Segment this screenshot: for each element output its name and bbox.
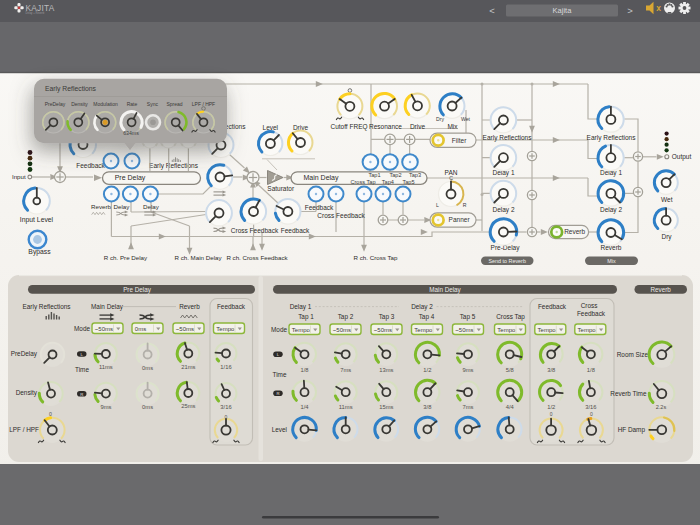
svg-text:R: R <box>276 391 279 396</box>
svg-text:Tempo: Tempo <box>538 327 557 333</box>
svg-text:11ms: 11ms <box>99 364 113 370</box>
svg-text:1/2: 1/2 <box>547 404 555 410</box>
svg-text:Cross: Cross <box>581 302 598 309</box>
svg-text:Feedback: Feedback <box>281 227 310 234</box>
svg-text:2.2s: 2.2s <box>656 404 667 410</box>
svg-text:Saturator: Saturator <box>267 185 295 192</box>
svg-text:x: x <box>656 3 661 13</box>
svg-text:15ms: 15ms <box>379 404 393 410</box>
svg-text:Delay + Reverb: Delay + Reverb <box>26 11 45 15</box>
svg-text:LPF / HPF: LPF / HPF <box>192 101 215 107</box>
svg-text:Delay: Delay <box>143 203 160 210</box>
svg-text:3/8: 3/8 <box>547 367 555 373</box>
svg-text:0: 0 <box>225 414 228 420</box>
svg-text:Tap 1: Tap 1 <box>298 313 314 321</box>
svg-text:Early Reflections: Early Reflections <box>45 85 97 93</box>
svg-text:LPF / HPF: LPF / HPF <box>9 426 39 433</box>
svg-text:HF Damp: HF Damp <box>618 426 646 434</box>
svg-text:Tap 5: Tap 5 <box>460 313 476 321</box>
svg-text:~50ms: ~50ms <box>455 327 473 333</box>
svg-text:R: R <box>463 202 467 208</box>
svg-text:Resonance: Resonance <box>369 123 402 130</box>
svg-text:Output: Output <box>672 153 692 161</box>
svg-text:Spread: Spread <box>166 101 182 107</box>
svg-text:0ms: 0ms <box>142 404 153 410</box>
svg-text:1/4: 1/4 <box>300 404 309 410</box>
svg-text:R ch. Main Delay: R ch. Main Delay <box>174 254 222 261</box>
svg-text:Drive: Drive <box>410 123 426 130</box>
svg-text:Panner: Panner <box>449 216 471 223</box>
svg-text:~50ms: ~50ms <box>95 326 113 332</box>
svg-text:Sync: Sync <box>147 101 159 107</box>
svg-text:R ch. Cross Tap: R ch. Cross Tap <box>354 254 398 261</box>
svg-text:Density: Density <box>71 101 88 107</box>
svg-text:Dry: Dry <box>661 233 672 241</box>
svg-text:Modulation: Modulation <box>93 101 118 107</box>
svg-text:3/8: 3/8 <box>423 404 431 410</box>
svg-text:Tempo: Tempo <box>497 327 516 333</box>
svg-text:Feedback: Feedback <box>538 303 567 310</box>
svg-text:L: L <box>436 202 439 208</box>
svg-text:Level: Level <box>272 426 287 433</box>
svg-text:~50ms: ~50ms <box>176 326 194 332</box>
svg-text:Reverb Time: Reverb Time <box>610 390 647 397</box>
svg-text:Tempo: Tempo <box>414 327 433 333</box>
svg-text:Mix: Mix <box>607 258 616 264</box>
svg-text:0ms: 0ms <box>135 326 146 332</box>
svg-text:Time: Time <box>75 366 89 373</box>
svg-text:Wet: Wet <box>661 196 673 203</box>
svg-text:Reverb: Reverb <box>91 203 112 210</box>
svg-text:Cross Feedback: Cross Feedback <box>231 227 279 234</box>
svg-text:Mode: Mode <box>74 325 90 332</box>
svg-text:Tempo: Tempo <box>216 326 235 332</box>
svg-text:Tap 3: Tap 3 <box>379 313 395 321</box>
svg-text:Cross Tap: Cross Tap <box>350 179 375 185</box>
svg-text:Wet: Wet <box>461 116 471 122</box>
svg-text:Reverb: Reverb <box>179 303 200 310</box>
svg-text:Dry: Dry <box>436 116 444 122</box>
svg-text:Reverb: Reverb <box>564 228 585 235</box>
svg-text:9ms: 9ms <box>100 404 111 410</box>
svg-text:3/16: 3/16 <box>585 404 596 410</box>
svg-text:Room Size: Room Size <box>617 351 649 358</box>
svg-text:Cross Feedback: Cross Feedback <box>317 212 365 219</box>
svg-text:0: 0 <box>550 411 553 417</box>
svg-text:Send to Reverb: Send to Reverb <box>488 258 525 264</box>
svg-text:Feedback: Feedback <box>76 162 105 169</box>
svg-text:Tempo: Tempo <box>578 327 597 333</box>
svg-text:Kajita: Kajita <box>553 6 573 15</box>
svg-text:1/2: 1/2 <box>423 367 431 373</box>
svg-text:~50ms: ~50ms <box>333 327 351 333</box>
svg-text:Feedback: Feedback <box>217 303 246 310</box>
svg-text:Delay: Delay <box>114 203 131 210</box>
svg-text:Rate: Rate <box>127 101 138 107</box>
svg-text:13ms: 13ms <box>379 367 393 373</box>
svg-text:1/16: 1/16 <box>220 364 231 370</box>
svg-text:Time: Time <box>273 371 287 378</box>
svg-text:0: 0 <box>49 411 52 417</box>
svg-text:Delay 2: Delay 2 <box>411 303 433 311</box>
svg-text:Early Reflections: Early Reflections <box>23 303 71 311</box>
svg-text:4/4: 4/4 <box>506 404 515 410</box>
svg-text:Mode: Mode <box>271 326 287 333</box>
svg-text:Tap 2: Tap 2 <box>338 313 354 321</box>
svg-text:Tap5: Tap5 <box>402 179 414 185</box>
svg-text:Early Reflections: Early Reflections <box>587 134 637 142</box>
svg-text:7ms: 7ms <box>463 404 474 410</box>
svg-text:0ms: 0ms <box>142 365 153 371</box>
svg-text:R ch. Cross Feedback: R ch. Cross Feedback <box>226 254 288 261</box>
svg-text:Main Delay: Main Delay <box>91 303 124 311</box>
svg-text:Early Reflections: Early Reflections <box>149 162 199 170</box>
svg-text:Input: Input <box>12 173 26 180</box>
svg-text:25ms: 25ms <box>181 403 195 409</box>
svg-text:>: > <box>627 5 633 16</box>
svg-text:1/8: 1/8 <box>300 367 308 373</box>
svg-text:Mix: Mix <box>447 123 458 130</box>
svg-text:Tempo: Tempo <box>292 327 311 333</box>
svg-text:Tap 4: Tap 4 <box>419 313 435 321</box>
svg-text:Pre Delay: Pre Delay <box>123 286 151 294</box>
svg-text:Main Delay: Main Delay <box>429 286 461 294</box>
svg-text:Early Reflections: Early Reflections <box>483 134 533 142</box>
svg-text:PreDelay: PreDelay <box>11 350 38 358</box>
svg-text:~50ms: ~50ms <box>374 327 392 333</box>
